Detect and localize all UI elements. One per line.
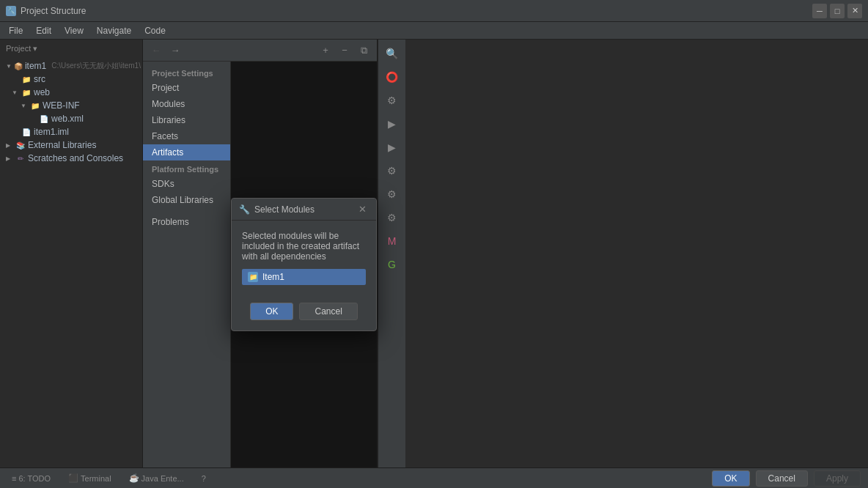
file-xml-icon: 📄 <box>39 114 49 124</box>
debug-icon[interactable]: ▶ <box>381 136 403 158</box>
hprof-icon[interactable]: ⚙ <box>381 207 403 229</box>
title-bar-controls: ─ □ ✕ <box>812 4 862 18</box>
terminal-icon: ⬛ <box>68 473 78 483</box>
main-layout: Project ▾ ▼ 📦 item1 C:\Users\无无靓小姐\item1… <box>0 40 868 467</box>
left-panel: Project ▾ ▼ 📦 item1 C:\Users\无无靓小姐\item1… <box>0 40 143 467</box>
app-icon: 🔧 <box>6 6 16 16</box>
modal-icon: 🔧 <box>239 204 250 215</box>
project-header[interactable]: Project ▾ <box>0 40 142 58</box>
menu-file[interactable]: File <box>3 24 29 37</box>
right-toolbar: 🔍 ⭕ ⚙ ▶ ▶ ⚙ ⚙ ⚙ M G <box>378 40 405 467</box>
cancel-button[interactable]: Cancel <box>756 470 808 487</box>
run-icon[interactable]: ▶ <box>381 113 403 135</box>
forward-button[interactable]: → <box>168 43 183 58</box>
bottom-bar-right: OK Cancel Apply <box>712 470 861 487</box>
menu-code[interactable]: Code <box>139 24 172 37</box>
project-tree: ▼ 📦 item1 C:\Users\无无靓小姐\item1\ 📁 src ▼ … <box>0 58 142 467</box>
terminal-tab[interactable]: ⬛ Terminal <box>64 472 116 484</box>
module-item-label: Item1 <box>262 272 284 282</box>
tree-label-webxml: web.xml <box>51 114 84 124</box>
ok-button[interactable]: OK <box>712 470 749 487</box>
bottom-bar: ≡ 6: TODO ⬛ Terminal ☕ Java Ente... ? OK… <box>0 467 868 488</box>
modal-title-bar: 🔧 Select Modules ✕ <box>232 199 376 221</box>
tree-label-iml: item1.iml <box>34 127 69 137</box>
structure-nav: Project Settings Project Modules Librari… <box>143 62 231 467</box>
content-area: Nothing to show 🔧 Select Modules ✕ Selec <box>231 62 377 467</box>
tree-arrow: ▼ <box>6 63 12 70</box>
java-ent-tab[interactable]: ☕ Java Ente... <box>125 472 188 484</box>
help-button[interactable]: ? <box>197 473 210 484</box>
modal-body: Selected modules will be included in the… <box>232 221 376 295</box>
remove-button[interactable]: − <box>337 43 352 58</box>
structure-toolbar: ← → + − ⧉ <box>143 40 377 62</box>
menu-bar: File Edit View Navigate Code <box>0 22 868 40</box>
maven-icon[interactable]: M <box>381 230 403 252</box>
maximize-button[interactable]: □ <box>830 4 845 18</box>
nav-libraries[interactable]: Libraries <box>143 112 230 128</box>
nav-project[interactable]: Project <box>143 80 230 96</box>
circle-icon[interactable]: ⭕ <box>381 66 403 88</box>
plugin-icon[interactable]: ⚙ <box>381 183 403 205</box>
nav-sdks[interactable]: SDKs <box>143 176 230 192</box>
nav-modules[interactable]: Modules <box>143 96 230 112</box>
platform-settings-title: Platform Settings <box>143 160 230 176</box>
nav-problems[interactable]: Problems <box>143 214 230 230</box>
nav-facets[interactable]: Facets <box>143 128 230 144</box>
copy-button[interactable]: ⧉ <box>356 43 371 58</box>
modal-description: Selected modules will be included in the… <box>242 231 366 262</box>
ext-lib-icon: 📚 <box>15 140 26 150</box>
gradle-icon[interactable]: G <box>381 254 403 276</box>
tree-item-src[interactable]: 📁 src <box>0 73 142 86</box>
tree-arrow-extlibs: ▶ <box>6 142 13 149</box>
back-button[interactable]: ← <box>149 43 163 58</box>
modal-title: 🔧 Select Modules <box>239 204 315 215</box>
modal-overlay: 🔧 Select Modules ✕ Selected modules will… <box>231 62 377 467</box>
apply-button[interactable]: Apply <box>814 470 861 487</box>
terminal-label: Terminal <box>81 474 111 483</box>
structure-panel: ← → + − ⧉ Project Settings Project Modul… <box>143 40 378 467</box>
close-button[interactable]: ✕ <box>847 4 862 18</box>
title-bar-left: 🔧 Project Structure <box>6 6 86 16</box>
select-modules-dialog: 🔧 Select Modules ✕ Selected modules will… <box>231 198 377 331</box>
tree-item-web[interactable]: ▼ 📁 web <box>0 86 142 99</box>
menu-view[interactable]: View <box>59 24 89 37</box>
todo-icon: ≡ <box>12 474 16 483</box>
menu-edit[interactable]: Edit <box>30 24 57 37</box>
folder-web-icon: 📁 <box>21 87 32 97</box>
modal-close-button[interactable]: ✕ <box>356 203 369 216</box>
folder-src-icon: 📁 <box>21 74 32 84</box>
columns-icon[interactable]: ⚙ <box>381 89 403 111</box>
tree-item-iml[interactable]: 📄 item1.iml <box>0 125 142 138</box>
tree-arrow-scratches: ▶ <box>6 155 13 162</box>
tree-item-webxml[interactable]: 📄 web.xml <box>0 112 142 125</box>
window-title: Project Structure <box>21 6 86 16</box>
nav-artifacts[interactable]: Artifacts <box>143 144 230 160</box>
modal-footer: OK Cancel <box>232 295 376 330</box>
file-iml-icon: 📄 <box>21 127 32 137</box>
settings-icon[interactable]: ⚙ <box>381 160 403 182</box>
nav-global-libraries[interactable]: Global Libraries <box>143 192 230 208</box>
minimize-button[interactable]: ─ <box>812 4 827 18</box>
modal-cancel-button[interactable]: Cancel <box>299 303 357 320</box>
menu-navigate[interactable]: Navigate <box>91 24 137 37</box>
tree-label-extlibs: External Libraries <box>28 140 96 150</box>
module-icon: 📦 <box>14 61 23 71</box>
todo-label: 6: TODO <box>18 474 51 483</box>
todo-tab[interactable]: ≡ 6: TODO <box>7 473 55 484</box>
structure-body: Project Settings Project Modules Librari… <box>143 62 377 467</box>
tree-item-webinf[interactable]: ▼ 📁 WEB-INF <box>0 99 142 112</box>
bottom-bar-left: ≡ 6: TODO ⬛ Terminal ☕ Java Ente... ? <box>7 472 210 484</box>
search-icon[interactable]: 🔍 <box>381 42 403 64</box>
tree-item-scratches[interactable]: ▶ ✏ Scratches and Consoles <box>0 152 142 165</box>
tree-label-src: src <box>34 74 45 84</box>
tree-item-extlibs[interactable]: ▶ 📚 External Libraries <box>0 138 142 152</box>
modal-title-text: Select Modules <box>254 204 315 215</box>
add-button[interactable]: + <box>318 43 333 58</box>
title-bar: 🔧 Project Structure ─ □ ✕ <box>0 0 868 22</box>
tree-label-item1: item1 <box>25 61 46 71</box>
tree-arrow-web: ▼ <box>12 89 19 96</box>
tree-path: C:\Users\无无靓小姐\item1\ <box>51 61 141 71</box>
tree-item-item1[interactable]: ▼ 📦 item1 C:\Users\无无靓小姐\item1\ <box>0 59 142 73</box>
modal-ok-button[interactable]: OK <box>250 303 293 320</box>
module-list-item[interactable]: 📁 Item1 <box>242 269 366 285</box>
